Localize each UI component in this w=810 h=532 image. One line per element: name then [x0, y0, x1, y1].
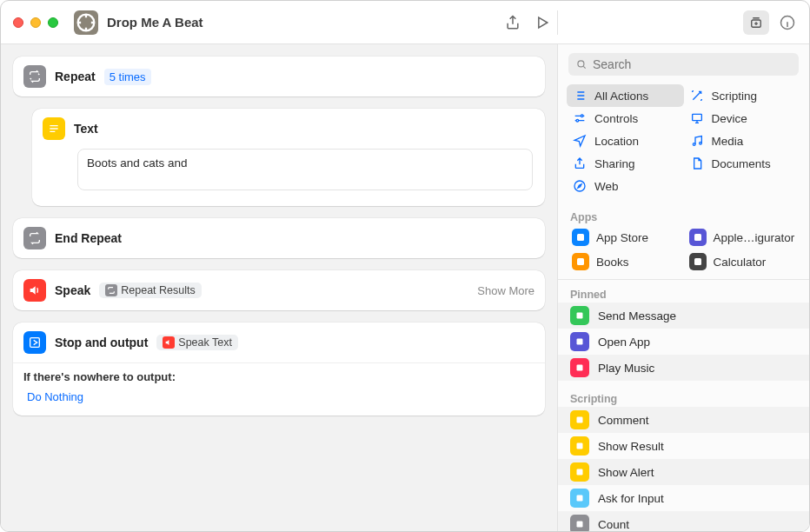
action-stop-output[interactable]: Stop and output Speak Text If there's no… [13, 323, 545, 416]
category-web[interactable]: Web [567, 175, 684, 197]
action-title: Repeat [55, 70, 96, 83]
category-media[interactable]: Media [684, 130, 801, 152]
category-location[interactable]: Location [567, 130, 684, 152]
wand-icon [689, 88, 705, 103]
action-icon [570, 306, 589, 325]
share-icon [572, 156, 588, 171]
output-icon [23, 331, 46, 354]
info-button[interactable] [774, 10, 800, 35]
category-controls[interactable]: Controls [567, 107, 684, 130]
action-item-open-app[interactable]: Open App [558, 329, 809, 355]
app-calculator[interactable]: Calculator [684, 249, 801, 274]
action-label: Count [598, 518, 629, 531]
share-button[interactable] [498, 1, 528, 44]
action-item-show-result[interactable]: Show Result [558, 433, 809, 459]
action-repeat[interactable]: Repeat 5 times [13, 57, 545, 96]
titlebar-right [498, 1, 809, 44]
svg-rect-18 [577, 469, 583, 475]
action-item-play-music[interactable]: Play Music [558, 355, 809, 381]
action-icon [570, 515, 589, 531]
search-input[interactable] [593, 57, 792, 71]
category-all-actions[interactable]: All Actions [567, 84, 684, 107]
svg-rect-20 [577, 522, 583, 528]
app-icon [689, 229, 707, 246]
app-apple-igurator[interactable]: Apple…igurator [684, 225, 801, 249]
category-device[interactable]: Device [684, 107, 801, 130]
action-item-count[interactable]: Count [558, 511, 809, 531]
minimize-window-button[interactable] [30, 17, 41, 28]
svg-rect-19 [577, 495, 583, 502]
app-icon [689, 253, 707, 270]
window-title: Drop Me A Beat [107, 15, 203, 30]
music-icon [689, 133, 705, 149]
category-label: Media [712, 135, 744, 148]
text-action-input[interactable] [77, 149, 533, 190]
speak-input-token[interactable]: Repeat Results [99, 283, 201, 298]
show-more-button[interactable]: Show More [477, 284, 534, 297]
app-app-store[interactable]: App Store [567, 225, 684, 249]
repeat-count-token[interactable]: 5 times [104, 69, 151, 85]
action-title: Text [74, 122, 98, 136]
stop-footer: If there's nowhere to output: Do Nothing [13, 362, 545, 416]
library-toggle-button[interactable] [743, 10, 769, 35]
category-label: Device [712, 112, 747, 125]
category-sharing[interactable]: Sharing [567, 152, 684, 175]
category-label: Web [594, 180, 619, 193]
run-button[interactable] [528, 1, 557, 44]
section-header-pinned: Pinned [558, 282, 809, 303]
token-label: Speak Text [178, 336, 232, 349]
app-icon [572, 229, 589, 246]
svg-rect-9 [577, 234, 584, 241]
close-window-button[interactable] [13, 17, 23, 28]
scripting-list: CommentShow ResultShow AlertAsk for Inpu… [558, 407, 809, 531]
category-label: Location [594, 135, 639, 148]
action-icon [570, 436, 589, 456]
action-item-send-message[interactable]: Send Message [558, 303, 809, 329]
text-icon [43, 117, 65, 140]
app-books[interactable]: Books [567, 249, 684, 274]
app-icon [572, 253, 589, 270]
search-field[interactable] [568, 53, 799, 76]
app-label: Apple…igurator [714, 231, 795, 244]
zoom-window-button[interactable] [48, 17, 58, 28]
location-icon [572, 133, 588, 149]
svg-rect-12 [694, 258, 701, 265]
action-icon [570, 332, 589, 351]
action-library-sidebar: All ActionsScriptingControlsDeviceLocati… [557, 44, 809, 531]
sliders-icon [572, 110, 588, 126]
token-label: Repeat Results [121, 284, 195, 296]
svg-point-7 [699, 142, 701, 144]
app-label: Calculator [714, 256, 767, 269]
category-label: Documents [712, 157, 771, 170]
sidebar-header [557, 10, 809, 35]
svg-point-4 [578, 61, 584, 67]
action-icon [570, 489, 589, 508]
window-controls [13, 17, 58, 28]
svg-rect-14 [577, 339, 583, 345]
action-item-show-alert[interactable]: Show Alert [558, 459, 809, 485]
action-icon [570, 358, 589, 377]
svg-rect-10 [694, 234, 701, 241]
apps-list: App StoreApple…iguratorBooksCalculator [558, 225, 809, 279]
safari-icon [572, 178, 588, 194]
action-icon [570, 462, 589, 482]
action-item-comment[interactable]: Comment [558, 407, 809, 433]
app-label: Books [596, 256, 629, 269]
category-list: All ActionsScriptingControlsDeviceLocati… [558, 83, 809, 204]
output-behavior-button[interactable]: Do Nothing [23, 389, 534, 405]
action-label: Show Result [598, 440, 664, 453]
action-item-ask-for-input[interactable]: Ask for Input [558, 485, 809, 511]
category-scripting[interactable]: Scripting [684, 84, 801, 107]
action-end-repeat[interactable]: End Repeat [13, 218, 545, 258]
repeat-icon [23, 65, 46, 88]
action-text[interactable]: Text [32, 109, 545, 206]
category-label: All Actions [594, 90, 648, 103]
category-documents[interactable]: Documents [684, 152, 801, 175]
action-label: Send Message [598, 309, 676, 323]
stop-input-token[interactable]: Speak Text [156, 335, 238, 350]
category-label: Scripting [712, 90, 758, 103]
workflow-editor[interactable]: Repeat 5 times Text [1, 44, 557, 531]
doc-icon [689, 156, 705, 171]
svg-rect-11 [577, 258, 584, 265]
action-speak[interactable]: Speak Repeat Results Show More [13, 270, 545, 310]
